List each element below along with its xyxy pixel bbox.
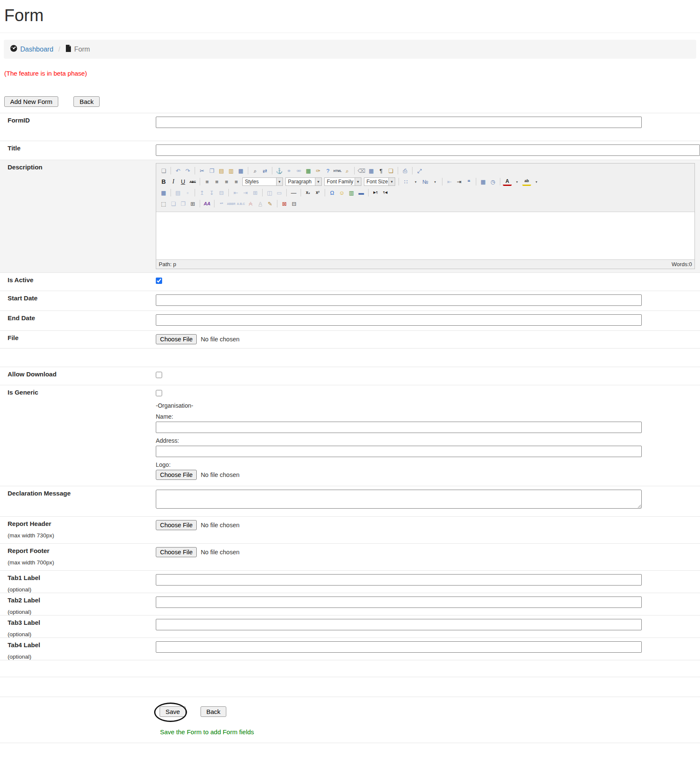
toolbar-separator: [476, 178, 476, 185]
page-break-icon[interactable]: ⊟: [290, 199, 298, 208]
allow-download-checkbox[interactable]: [156, 372, 162, 378]
insert-col-after-icon: ⇥: [241, 188, 250, 197]
special-char-icon[interactable]: Ω: [328, 188, 336, 197]
file-label: File: [8, 334, 19, 341]
insert-table-icon[interactable]: ▦: [367, 166, 376, 175]
styles-select[interactable]: Styles▼: [242, 177, 283, 186]
title-input[interactable]: [156, 144, 700, 156]
table-props-icon[interactable]: ▦: [159, 188, 168, 197]
tab4-label-input[interactable]: [156, 641, 642, 653]
logo-choose-file-button[interactable]: Choose File: [156, 470, 197, 480]
image-icon[interactable]: ▦: [304, 166, 313, 175]
strikethrough-icon[interactable]: ABC: [188, 177, 197, 186]
new-document-icon[interactable]: ❏: [159, 166, 168, 175]
paragraph-select[interactable]: Paragraph▼: [285, 177, 322, 186]
text-color-menu-icon[interactable]: ▾: [513, 177, 521, 186]
start-date-input[interactable]: [156, 294, 642, 306]
superscript-icon[interactable]: x²: [313, 188, 322, 197]
fullscreen-icon[interactable]: ⤢: [415, 166, 424, 175]
indent-icon[interactable]: ⇥: [455, 177, 464, 186]
toolbar-separator: [412, 167, 412, 174]
end-date-input[interactable]: [156, 314, 642, 326]
background-color-icon[interactable]: ab: [522, 177, 531, 186]
toolbar-separator: [442, 178, 442, 185]
align-center-icon[interactable]: ≡: [212, 177, 221, 186]
align-left-icon[interactable]: ≡: [203, 177, 212, 186]
nonbreaking-icon[interactable]: ⊠: [280, 199, 289, 208]
copy-icon[interactable]: ❐: [207, 166, 216, 175]
tab1-label: Tab1 Label: [8, 574, 40, 581]
preview-page-icon[interactable]: ❏: [386, 166, 395, 175]
insert-layer-icon[interactable]: ⊞: [188, 199, 197, 208]
html-source-icon[interactable]: HTML: [333, 166, 342, 175]
italic-icon[interactable]: I: [169, 177, 178, 186]
form-id-input[interactable]: [156, 117, 642, 128]
insert-time-icon[interactable]: ◷: [488, 177, 497, 186]
redo-icon[interactable]: ↷: [183, 166, 192, 175]
ltr-icon[interactable]: ▶¶: [371, 188, 380, 197]
file-status: No file chosen: [201, 336, 239, 343]
emoticons-icon[interactable]: ☺: [337, 188, 346, 197]
report-footer-choose-file-button[interactable]: Choose File: [156, 547, 197, 557]
selection-frame-icon[interactable]: ⬚: [159, 199, 168, 208]
numbered-list-menu-icon[interactable]: ▾: [431, 177, 440, 186]
font-size-select[interactable]: Font Size▼: [364, 177, 395, 186]
tab4-label: Tab4 Label: [8, 641, 40, 648]
file-icon: [65, 45, 71, 54]
declaration-textarea[interactable]: [156, 490, 642, 509]
is-active-label: Is Active: [8, 276, 33, 283]
tab2-label-input[interactable]: [156, 597, 642, 608]
organisation-name-input[interactable]: [156, 422, 642, 433]
back-button-top[interactable]: Back: [73, 96, 99, 107]
bold-icon[interactable]: B: [159, 177, 168, 186]
tab3-label-input[interactable]: [156, 619, 642, 630]
add-new-form-button[interactable]: Add New Form: [4, 96, 58, 107]
bullet-list-menu-icon[interactable]: ▾: [411, 177, 420, 186]
font-family-select[interactable]: Font Family▼: [324, 177, 361, 186]
tab1-label-input[interactable]: [156, 574, 642, 586]
paste-icon[interactable]: ▤: [217, 166, 226, 175]
organisation-address-input[interactable]: [156, 446, 642, 457]
print-icon[interactable]: ⎙: [401, 166, 410, 175]
background-color-menu-icon[interactable]: ▾: [532, 177, 541, 186]
toolbar-separator: [200, 200, 200, 207]
back-button-bottom[interactable]: Back: [201, 706, 226, 717]
cleanup-icon[interactable]: ✑: [314, 166, 323, 175]
numbered-list-icon[interactable]: №: [421, 177, 430, 186]
advanced-hr-icon[interactable]: ▬: [357, 188, 366, 197]
move-backward-icon: ❐: [179, 199, 187, 208]
find-replace-icon[interactable]: ⇄: [260, 166, 269, 175]
align-justify-icon[interactable]: ≡: [232, 177, 241, 186]
underline-icon[interactable]: U: [179, 177, 187, 186]
is-active-checkbox[interactable]: [156, 278, 162, 284]
bullet-list-icon[interactable]: ∷: [402, 177, 410, 186]
start-date-label: Start Date: [8, 294, 38, 302]
blockquote-icon[interactable]: ❝: [464, 177, 473, 186]
find-icon[interactable]: ⌕: [251, 166, 260, 175]
is-generic-checkbox[interactable]: [156, 390, 162, 396]
paste-from-word-icon[interactable]: ▦: [236, 166, 245, 175]
text-color-icon[interactable]: A: [503, 177, 512, 186]
remove-format-icon[interactable]: ⌫: [357, 166, 366, 175]
preview-html-icon[interactable]: ⌕: [343, 166, 352, 175]
cut-icon[interactable]: ✂: [198, 166, 206, 175]
undo-icon[interactable]: ↶: [174, 166, 182, 175]
report-header-choose-file-button[interactable]: Choose File: [156, 520, 197, 530]
align-right-icon[interactable]: ≡: [222, 177, 231, 186]
editor-content[interactable]: [156, 212, 695, 259]
rtl-icon[interactable]: ¶◀: [381, 188, 390, 197]
breadcrumb-dashboard-link[interactable]: Dashboard: [20, 46, 53, 53]
style-props-icon[interactable]: AA: [203, 199, 212, 208]
media-icon[interactable]: ▥: [347, 188, 356, 197]
save-button[interactable]: Save: [160, 706, 186, 717]
help-icon[interactable]: ?: [323, 166, 332, 175]
choose-file-button[interactable]: Choose File: [156, 334, 197, 344]
delete-row-icon: ⊟: [217, 188, 226, 197]
insert-date-icon[interactable]: ▦: [479, 177, 488, 186]
paste-as-text-icon[interactable]: ▥: [227, 166, 236, 175]
visual-chars-icon[interactable]: ¶: [377, 166, 385, 175]
anchor-icon[interactable]: ⚓: [275, 166, 284, 175]
attributes-icon[interactable]: ✎: [266, 199, 274, 208]
subscript-icon[interactable]: x₂: [304, 188, 312, 197]
horizontal-rule-icon[interactable]: —: [289, 188, 298, 197]
